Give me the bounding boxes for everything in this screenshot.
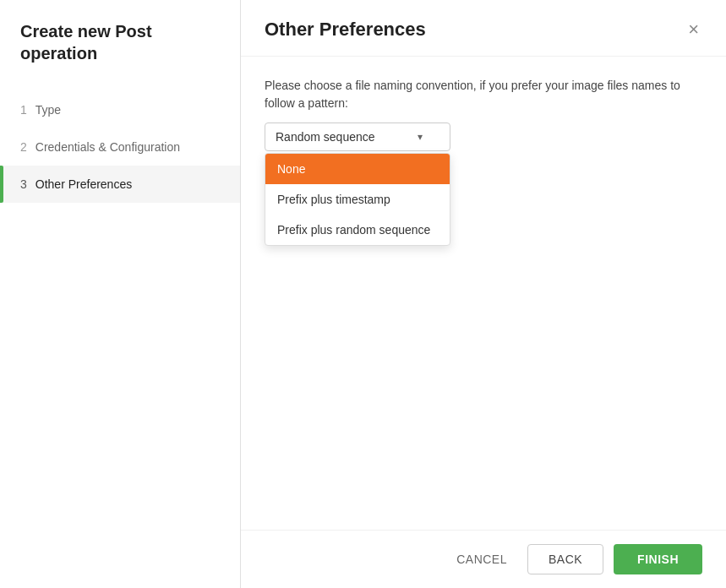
file-naming-label: Please choose a file naming convention, … [265,77,702,112]
step-label-credentials: Credentials & Configuration [35,140,180,154]
dropdown-list: None Prefix plus timestamp Prefix plus r… [265,153,450,246]
panel-content: Please choose a file naming convention, … [241,57,726,530]
step-label-preferences: Other Preferences [35,177,132,191]
main-panel: Other Preferences × Please choose a file… [241,0,726,588]
panel-header: Other Preferences × [241,0,726,57]
sidebar-item-type[interactable]: 1 Type [0,91,240,128]
select-current-value: Random sequence [276,130,375,144]
step-label-type: Type [35,103,61,117]
finish-button[interactable]: FINISH [614,544,702,574]
step-number-2: 2 [20,140,27,154]
dropdown-item-prefix-random[interactable]: Prefix plus random sequence [265,215,450,245]
back-button[interactable]: BACK [527,544,603,574]
select-wrapper: Random sequence ▾ None Prefix plus times… [265,122,450,151]
modal-overlay: Create new Post operation 1 Type 2 Crede… [0,0,726,588]
sidebar-title: Create new Post operation [0,20,240,91]
panel-footer: CANCEL BACK FINISH [241,530,726,588]
step-number-3: 3 [20,177,27,191]
sidebar: Create new Post operation 1 Type 2 Crede… [0,0,241,588]
dropdown-item-none[interactable]: None [265,154,450,184]
cancel-button[interactable]: CANCEL [446,546,517,573]
sidebar-steps: 1 Type 2 Credentials & Configuration 3 O… [0,91,240,203]
naming-convention-select[interactable]: Random sequence ▾ [265,122,450,151]
step-number-1: 1 [20,103,27,117]
panel-title: Other Preferences [265,19,426,41]
chevron-down-icon: ▾ [418,131,423,143]
dropdown-item-prefix-timestamp[interactable]: Prefix plus timestamp [265,184,450,215]
sidebar-item-preferences[interactable]: 3 Other Preferences [0,166,240,203]
close-button[interactable]: × [685,17,702,42]
sidebar-item-credentials[interactable]: 2 Credentials & Configuration [0,128,240,166]
